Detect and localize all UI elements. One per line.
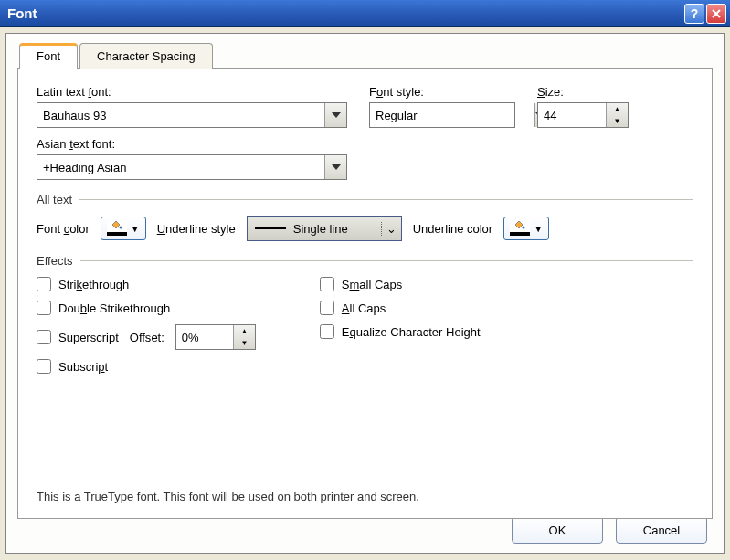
- double-strikethrough-checkbox[interactable]: Double Strikethrough: [37, 301, 256, 315]
- underline-color-label: Underline color: [413, 222, 492, 236]
- tab-font-label: Font: [37, 49, 60, 63]
- tab-panel-font: Latin text font: Font style: Size: ▲▼: [17, 68, 713, 519]
- paint-bucket-icon: [510, 221, 530, 236]
- svg-point-1: [523, 227, 525, 229]
- chevron-down-icon[interactable]: ⌄: [381, 222, 401, 236]
- underline-style-label: Underline style: [157, 222, 236, 236]
- tab-bar: Font Character Spacing: [19, 43, 724, 69]
- svg-point-0: [119, 227, 122, 229]
- asian-font-input[interactable]: [37, 155, 324, 179]
- asian-font-combo[interactable]: [37, 154, 347, 180]
- asian-font-label: Asian text font:: [37, 137, 347, 151]
- font-color-button[interactable]: ▼: [101, 217, 146, 240]
- divider: [79, 199, 693, 200]
- cancel-button[interactable]: Cancel: [616, 516, 707, 544]
- size-label: Size:: [537, 85, 629, 99]
- close-icon: [711, 8, 722, 19]
- strikethrough-checkbox[interactable]: Strikethrough: [37, 277, 256, 291]
- titlebar: Font ?: [0, 0, 730, 27]
- font-style-input[interactable]: [370, 103, 534, 127]
- latin-font-label: Latin text font:: [37, 85, 347, 99]
- underline-color-button[interactable]: ▼: [503, 217, 549, 240]
- chevron-down-icon[interactable]: [324, 155, 346, 179]
- chevron-down-icon[interactable]: [324, 103, 346, 127]
- ok-button[interactable]: OK: [512, 516, 603, 544]
- equalize-checkbox[interactable]: Equalize Character Height: [320, 324, 481, 339]
- size-input[interactable]: [538, 103, 606, 127]
- line-sample-icon: [255, 227, 286, 229]
- divider: [80, 260, 693, 261]
- ok-label: OK: [549, 523, 566, 537]
- all-text-section-label: All text: [37, 193, 72, 206]
- superscript-label: Superscript: [58, 331, 119, 344]
- close-button[interactable]: [706, 4, 726, 24]
- all-caps-label: All Caps: [342, 301, 386, 315]
- window-title: Font: [7, 5, 682, 21]
- small-caps-checkbox[interactable]: Small Caps: [320, 277, 481, 291]
- paint-bucket-icon: [107, 221, 127, 236]
- tab-character-spacing[interactable]: Character Spacing: [79, 43, 213, 69]
- latin-font-combo[interactable]: [37, 102, 347, 128]
- offset-input[interactable]: [176, 325, 233, 349]
- strikethrough-label: Strikethrough: [58, 278, 129, 291]
- tab-font[interactable]: Font: [19, 43, 78, 69]
- help-button[interactable]: ?: [684, 4, 704, 24]
- offset-label: Offset:: [130, 331, 164, 344]
- double-strike-label: Double Strikethrough: [58, 301, 170, 315]
- subscript-checkbox[interactable]: Subscript: [37, 359, 256, 374]
- font-color-label: Font color: [37, 222, 90, 236]
- underline-style-value: Single line: [293, 222, 381, 236]
- equalize-label: Equalize Character Height: [342, 325, 481, 339]
- underline-style-combo[interactable]: Single line ⌄: [247, 216, 402, 241]
- all-caps-checkbox[interactable]: All Caps: [320, 301, 481, 315]
- size-spinner[interactable]: ▲▼: [537, 102, 629, 128]
- chevron-down-icon: ▼: [131, 224, 140, 234]
- offset-spin-buttons[interactable]: ▲▼: [233, 325, 255, 349]
- offset-spinner[interactable]: ▲▼: [175, 324, 256, 350]
- latin-font-input[interactable]: [37, 103, 324, 127]
- superscript-checkbox[interactable]: Superscript: [37, 330, 119, 344]
- size-spin-buttons[interactable]: ▲▼: [606, 103, 628, 127]
- tab-spacing-label: Character Spacing: [97, 49, 196, 63]
- effects-section-label: Effects: [37, 254, 73, 268]
- subscript-label: Subscript: [58, 360, 108, 374]
- font-style-combo[interactable]: [369, 102, 515, 128]
- chevron-down-icon: ▼: [534, 224, 543, 234]
- small-caps-label: Small Caps: [342, 278, 402, 291]
- font-style-label: Font style:: [369, 85, 515, 99]
- cancel-label: Cancel: [643, 523, 680, 537]
- font-info-text: This is a TrueType font. This font will …: [37, 490, 419, 503]
